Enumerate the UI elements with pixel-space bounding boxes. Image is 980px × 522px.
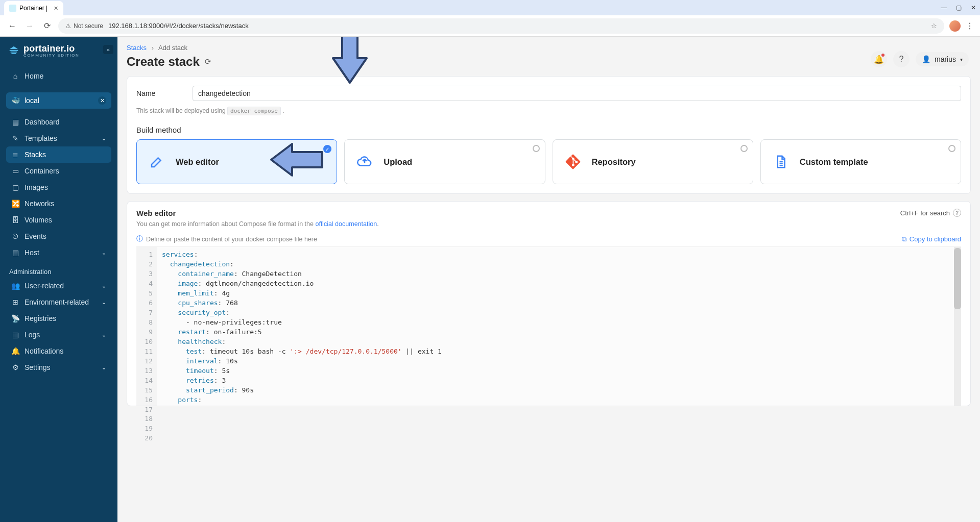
sidebar-item-containers[interactable]: ▭Containers xyxy=(6,163,111,179)
sidebar-item-label: Events xyxy=(25,232,46,240)
notifications-icon: 🔔 xyxy=(11,347,19,355)
official-docs-link[interactable]: official documentation xyxy=(315,220,377,228)
browser-tab-strip: Portainer | ✕ — ▢ ✕ xyxy=(0,0,980,15)
chevron-down-icon: ⌄ xyxy=(102,283,106,289)
chevron-down-icon: ⌄ xyxy=(102,364,106,371)
sidebar-item-home[interactable]: ⌂Home xyxy=(6,68,111,84)
edit-icon xyxy=(146,151,168,172)
sidebar-item-volumes[interactable]: 🗄Volumes xyxy=(6,212,111,228)
page-title: Create stack ⟳ xyxy=(117,52,980,76)
upload-icon xyxy=(354,151,375,172)
containers-icon: ▭ xyxy=(11,167,19,175)
editor-placeholder: ⓘ Define or paste the content of your do… xyxy=(136,235,317,243)
chevron-down-icon: ⌄ xyxy=(102,135,106,142)
help-icon[interactable]: ? xyxy=(893,51,910,67)
browser-reload-icon[interactable]: ⟳ xyxy=(41,21,53,31)
sidebar-item-label: Containers xyxy=(25,167,59,175)
sidebar-item-templates[interactable]: ✎Templates⌄ xyxy=(6,130,111,146)
docker-icon: 🐳 xyxy=(11,96,19,105)
sidebar-item-stacks[interactable]: ≣Stacks xyxy=(6,146,111,163)
env-close-icon[interactable]: ✕ xyxy=(98,96,106,105)
breadcrumb-root[interactable]: Stacks xyxy=(127,44,147,52)
sidebar-item-host[interactable]: ▤Host⌄ xyxy=(6,244,111,261)
user-menu[interactable]: 👤 marius ▾ xyxy=(916,52,969,66)
logs-icon: ▥ xyxy=(11,331,19,339)
refresh-icon[interactable]: ⟳ xyxy=(205,57,211,66)
sidebar-item-label: Dashboard xyxy=(25,118,60,126)
sidebar-env-local[interactable]: 🐳 local ✕ xyxy=(6,92,111,109)
radio-icon xyxy=(948,145,955,152)
sidebar-item-label: Images xyxy=(25,183,48,191)
code-editor[interactable]: 1234567891011121314151617181920 services… xyxy=(136,246,961,406)
sidebar-item-label: Home xyxy=(25,72,43,80)
env-icon: ⊞ xyxy=(11,298,19,306)
sidebar-item-networks[interactable]: 🔀Networks xyxy=(6,195,111,212)
build-method-repository[interactable]: Repository xyxy=(553,139,753,184)
build-method-upload[interactable]: Upload xyxy=(344,139,545,184)
topbar-actions: 🔔 ? 👤 marius ▾ xyxy=(871,51,969,67)
sidebar-item-label: Notifications xyxy=(25,347,63,355)
sidebar-item-logs[interactable]: ▥Logs⌄ xyxy=(6,327,111,343)
window-controls: — ▢ ✕ xyxy=(941,4,976,11)
registries-icon: 📡 xyxy=(11,314,19,322)
sidebar-item-label: local xyxy=(25,96,39,105)
browser-menu-icon[interactable]: ⋯ xyxy=(965,22,975,30)
sidebar-item-dashboard[interactable]: ▦Dashboard xyxy=(6,114,111,130)
name-card: Name This stack will be deployed using d… xyxy=(127,76,971,194)
window-minimize-icon[interactable]: — xyxy=(941,4,947,11)
check-icon: ✓ xyxy=(323,145,331,153)
window-close-icon[interactable]: ✕ xyxy=(971,4,976,11)
browser-forward-icon[interactable]: → xyxy=(23,21,36,31)
build-method-custom-template[interactable]: Custom template xyxy=(760,139,961,184)
chevron-down-icon: ⌄ xyxy=(102,299,106,306)
chevron-down-icon: ▾ xyxy=(960,57,963,62)
scrollbar-thumb[interactable] xyxy=(954,248,961,309)
notifications-icon[interactable]: 🔔 xyxy=(871,51,887,67)
host-icon: ▤ xyxy=(11,248,19,257)
browser-profile-avatar[interactable] xyxy=(949,20,961,32)
sidebar-item-images[interactable]: ▢Images xyxy=(6,179,111,195)
warning-icon: ⚠ xyxy=(65,22,71,30)
sidebar-item-registries[interactable]: 📡Registries xyxy=(6,310,111,327)
sidebar-item-notifications[interactable]: 🔔Notifications xyxy=(6,343,111,359)
help-icon[interactable]: ? xyxy=(953,209,961,217)
notif-dot-icon xyxy=(881,54,885,57)
stacks-icon: ≣ xyxy=(11,151,19,159)
name-label: Name xyxy=(136,89,182,97)
sidebar-admin-header: Administration xyxy=(0,261,117,278)
user-name: marius xyxy=(935,55,956,63)
sidebar-item-events[interactable]: ⏲Events xyxy=(6,228,111,244)
address-bar[interactable]: ⚠Not secure 192.168.1.18:9000/#!/2/docke… xyxy=(58,18,944,34)
window-maximize-icon[interactable]: ▢ xyxy=(956,4,962,11)
editor-scrollbar[interactable] xyxy=(954,247,961,406)
browser-back-icon[interactable]: ← xyxy=(6,21,18,31)
build-method-web-editor[interactable]: ✓ Web editor xyxy=(136,139,337,184)
sidebar-item-user-related[interactable]: 👥User-related⌄ xyxy=(6,278,111,294)
main-content: Stacks › Add stack Create stack ⟳ 🔔 ? 👤 … xyxy=(117,37,980,522)
deploy-cmd-code: docker compose xyxy=(227,107,281,115)
sidebar-item-environment-related[interactable]: ⊞Environment-related⌄ xyxy=(6,294,111,310)
settings-icon: ⚙ xyxy=(11,363,19,371)
copy-to-clipboard[interactable]: ⧉ Copy to clipboard xyxy=(902,235,961,243)
tab-title: Portainer | xyxy=(19,5,47,12)
security-badge: ⚠Not secure xyxy=(65,22,103,30)
browser-tab[interactable]: Portainer | ✕ xyxy=(4,1,63,15)
sidebar-item-settings[interactable]: ⚙Settings⌄ xyxy=(6,359,111,376)
sidebar-item-label: Environment-related xyxy=(25,298,89,306)
git-icon xyxy=(562,151,584,172)
code-content[interactable]: services: changedetection: container_nam… xyxy=(157,247,954,406)
radio-icon xyxy=(740,145,748,152)
sidebar-item-label: Logs xyxy=(25,331,40,339)
volumes-icon: 🗄 xyxy=(11,216,19,224)
bookmark-star-icon[interactable]: ☆ xyxy=(931,22,937,30)
sidebar-item-label: Registries xyxy=(25,314,56,322)
stack-name-input[interactable] xyxy=(193,86,961,101)
sidebar-item-label: Host xyxy=(25,248,39,257)
sidebar-collapse-icon[interactable]: « xyxy=(103,45,113,54)
info-icon: ⓘ xyxy=(136,235,143,243)
tab-close-icon[interactable]: ✕ xyxy=(54,5,58,12)
url-text: 192.168.1.18:9000/#!/2/docker/stacks/new… xyxy=(108,22,249,30)
home-icon: ⌂ xyxy=(11,72,19,80)
portainer-icon xyxy=(8,45,19,57)
editor-note: You can get more information about Compo… xyxy=(136,220,379,228)
